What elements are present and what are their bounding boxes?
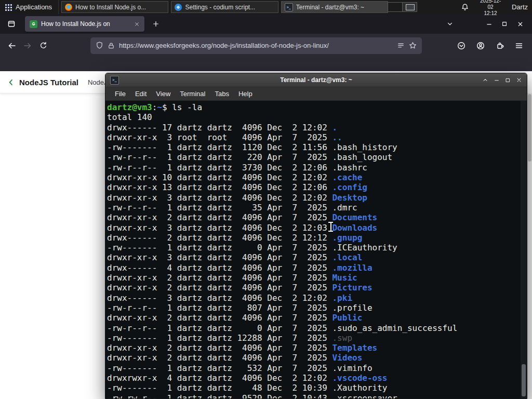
panel-user-label: Dartz [512, 3, 528, 11]
menu-file[interactable]: File [110, 90, 130, 98]
gfg-favicon [30, 20, 37, 28]
terminal-maximize-icon[interactable] [505, 77, 511, 83]
file-name: .swp [332, 333, 352, 343]
account-icon[interactable] [473, 38, 488, 54]
url-bar[interactable]: https://www.geeksforgeeks.org/node-js/in… [90, 37, 422, 54]
file-entry: -rw------- 1 dartz dartz 12288 Apr 7 202… [107, 333, 527, 343]
dir-name: .mozilla [332, 263, 372, 273]
file-name: .bash_logout [332, 152, 392, 162]
codium-icon [175, 4, 182, 11]
list-all-tabs-icon[interactable] [443, 17, 457, 31]
file-meta: drwx------ 2 dartz dartz 4096 Dec 2 12:1… [107, 233, 332, 243]
file-name: .bash_history [332, 142, 397, 152]
pocket-icon[interactable] [454, 38, 469, 54]
top-panel: Applications How to Install Node.js o...… [0, 0, 532, 14]
file-meta: -rw------- 1 dartz dartz 48 Dec 2 10:39 [107, 383, 332, 393]
reader-view-icon[interactable] [397, 42, 405, 49]
terminal-titlebar[interactable]: Terminal - dartz@vm3: ~ [105, 73, 527, 87]
menu-edit[interactable]: Edit [130, 90, 151, 98]
dir-name: .gnupg [332, 233, 362, 243]
menu-help[interactable]: Help [234, 90, 257, 98]
file-entry: drwxr-xr-x 2 dartz dartz 4096 Apr 7 2025… [107, 343, 527, 353]
file-entry: drwxr-xr-x 3 root root 4096 Apr 7 2025 .… [107, 132, 527, 142]
panel-clock[interactable]: 2025-12-02 12:12 [477, 0, 503, 17]
file-meta: -rw-r--r-- 1 dartz dartz 0 Apr 7 2025 [107, 323, 332, 333]
file-entry: drwx------ 17 dartz dartz 4096 Dec 2 12:… [107, 123, 527, 132]
menu-view[interactable]: View [151, 90, 175, 98]
taskbar-item-browser[interactable]: How to Install Node.js o... [61, 1, 168, 13]
file-name: .xscreensaver [332, 393, 397, 398]
window-minimize-button[interactable] [481, 17, 497, 31]
window-maximize-button[interactable] [497, 17, 512, 31]
menu-hamburger-icon[interactable] [511, 38, 527, 54]
dir-name: .vscode-oss [332, 373, 387, 383]
dir-name: Pictures [332, 283, 372, 292]
reload-icon[interactable] [35, 38, 51, 54]
workspace-1[interactable] [388, 2, 403, 12]
tab-bar: How to Install Node.js on [0, 14, 532, 34]
menu-terminal[interactable]: Terminal [175, 90, 210, 98]
terminal-content[interactable]: dartz@vm3:~$ls -la total 140 drwx------ … [105, 101, 527, 398]
browser-tab[interactable]: How to Install Node.js on [25, 16, 144, 32]
file-meta: drwxrwxr-x 4 dartz dartz 4096 Dec 2 12:0… [107, 373, 332, 383]
terminal-window-controls [482, 77, 522, 83]
subnav-title-link[interactable]: NodeJS Tutorial [19, 78, 78, 87]
file-entry: -rw-r--r-- 1 dartz dartz 220 Apr 7 2025 … [107, 152, 527, 162]
new-tab-button[interactable] [149, 17, 163, 31]
file-entry: -rw------- 1 dartz dartz 532 Apr 7 2025 … [107, 363, 527, 373]
workspace-switcher [388, 2, 417, 12]
dir-name: Templates [332, 343, 377, 353]
permissions-shield-icon[interactable] [96, 42, 103, 49]
dir-name: .cache [332, 172, 362, 182]
window-close-button[interactable] [512, 17, 528, 31]
file-name: .Xauthority [332, 383, 387, 393]
file-name: .dmrc [332, 203, 357, 212]
page-scrollbar-thumb[interactable] [528, 94, 531, 162]
notifications-bell-icon[interactable] [461, 3, 469, 11]
file-entry: -rw------- 1 dartz dartz 48 Dec 2 10:39 … [107, 383, 527, 393]
extensions-icon[interactable] [492, 38, 508, 54]
menu-tabs[interactable]: Tabs [210, 90, 233, 98]
file-meta: drwxr-xr-x 3 root root 4096 Apr 7 2025 [107, 132, 332, 142]
file-meta: drwxr-xr-x 3 dartz dartz 4096 Apr 7 2025 [107, 252, 332, 262]
lock-icon[interactable] [108, 42, 115, 49]
terminal-scrollbar-thumb[interactable] [522, 364, 526, 396]
firefox-view-icon[interactable] [4, 17, 19, 31]
file-entry: -rw------- 1 dartz dartz 0 Apr 7 2025 .I… [107, 243, 527, 252]
terminal-shade-icon[interactable] [482, 77, 488, 83]
applications-menu-button[interactable]: Applications [0, 0, 59, 14]
page-scrollbar[interactable] [527, 93, 532, 399]
subnav-prev-icon[interactable] [7, 78, 15, 86]
file-meta: -rw------- 1 dartz dartz 1120 Dec 2 11:5… [107, 142, 332, 152]
file-meta: -rw-r--r-- 1 dartz dartz 35 Apr 7 2025 [107, 203, 332, 212]
dir-name: Documents [332, 212, 377, 222]
file-entry: -rw-r--r-- 1 dartz dartz 807 Apr 7 2025 … [107, 303, 527, 313]
terminal-close-icon[interactable] [516, 77, 522, 83]
dir-name: .. [332, 132, 342, 142]
back-icon[interactable] [4, 38, 20, 54]
file-entry: drwx------ 2 dartz dartz 4096 Dec 2 12:1… [107, 233, 527, 243]
file-name: .profile [332, 303, 372, 313]
file-meta: drwxr-xr-x 2 dartz dartz 4096 Apr 7 2025 [107, 212, 332, 222]
file-entry: drwxr-xr-x 13 dartz dartz 4096 Dec 2 12:… [107, 182, 527, 192]
file-entry: -rw------- 1 dartz dartz 1120 Dec 2 11:5… [107, 142, 527, 152]
workspace-window-thumb [406, 4, 415, 10]
taskbar-item-settings[interactable]: Settings - codium script... [171, 1, 278, 13]
file-meta: drwxr-xr-x 13 dartz dartz 4096 Dec 2 12:… [107, 182, 332, 192]
file-meta: drwxr-xr-x 10 dartz dartz 4096 Dec 2 12:… [107, 172, 332, 182]
file-entry: -rw-r--r-- 1 dartz dartz 3730 Dec 2 12:0… [107, 163, 527, 172]
file-entry: drwx------ 3 dartz dartz 4096 Dec 2 12:0… [107, 293, 527, 303]
tab-close-icon[interactable] [134, 21, 140, 27]
taskbar-item-terminal[interactable]: Terminal - dartz@vm3: ~ [281, 1, 388, 13]
forward-icon[interactable] [20, 38, 35, 54]
terminal-scrollbar[interactable] [521, 101, 527, 398]
file-meta: drwxr-xr-x 2 dartz dartz 4096 Apr 7 2025 [107, 343, 332, 353]
terminal-icon [285, 3, 293, 11]
file-name: .ICEauthority [332, 243, 397, 252]
dir-name: Downloads [332, 223, 377, 233]
bookmark-star-icon[interactable] [409, 42, 417, 49]
clock-date: 2025-12-02 [477, 0, 503, 10]
file-entry: drwxr-xr-x 2 dartz dartz 4096 Apr 7 2025… [107, 283, 527, 292]
workspace-2[interactable] [402, 2, 417, 12]
terminal-minimize-icon[interactable] [494, 77, 500, 83]
